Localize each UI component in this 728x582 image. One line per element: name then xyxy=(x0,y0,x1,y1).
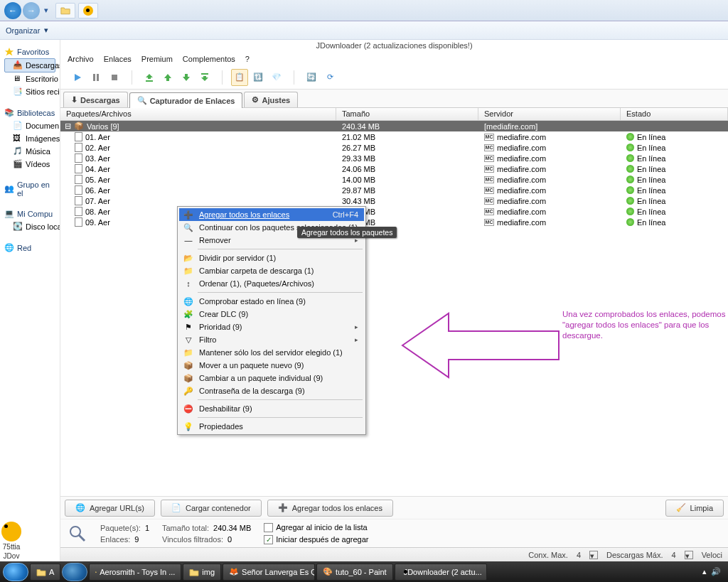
chk-start-after[interactable]: ✓Iniciar después de agregar xyxy=(264,535,368,544)
ctx-add-links[interactable]: ➕Agregar todos los enlacesCtrl+F4 xyxy=(179,208,364,221)
add-all-button[interactable]: ➕Agregar todos los enlaces xyxy=(267,500,393,517)
col-server[interactable]: Servidor xyxy=(478,108,621,120)
ctx-split[interactable]: 📂Dividir por servidor (1) xyxy=(179,252,364,264)
back-button[interactable]: ← xyxy=(4,2,21,19)
taskbar-item-1[interactable]: Aerosmith - Toys In ... xyxy=(89,564,181,581)
taskbar-item-4[interactable]: 🎨tuto_60 - Paint xyxy=(316,564,393,581)
file-row[interactable]: 01. Aer21.02 MBMCmediafire.comEn línea xyxy=(60,131,728,142)
stop-button[interactable] xyxy=(106,69,123,86)
move-down-button[interactable] xyxy=(178,69,195,86)
tab-linkgrabber[interactable]: 🔍Capturador de Enlaces xyxy=(129,92,243,108)
sidebar-hdr-red[interactable]: 🌐Red xyxy=(4,239,55,254)
folder-chip[interactable] xyxy=(55,3,75,18)
clipboard-button[interactable]: 📋 xyxy=(231,69,248,86)
jd-tab[interactable] xyxy=(78,3,98,18)
start-button-2[interactable] xyxy=(62,563,87,581)
ctx-check[interactable]: 🌐Comprobar estado en línea (9) xyxy=(179,295,364,308)
sidebar-hdr-equipo[interactable]: 💻Mi Compu xyxy=(4,205,55,220)
menu-complementos[interactable]: Complementos xyxy=(183,55,235,63)
desktop-icon: 🖥 xyxy=(13,74,23,84)
move-up-button[interactable] xyxy=(159,69,176,86)
clean-button[interactable]: 🧹Limpia xyxy=(665,500,724,517)
pause-button[interactable] xyxy=(87,69,105,86)
sidebar-item-musica[interactable]: 🎵Música xyxy=(4,145,55,158)
play-button[interactable] xyxy=(69,69,86,86)
sidebar-item-documentos[interactable]: 📄Documen xyxy=(4,119,55,132)
taskbar-item-0[interactable]: A xyxy=(30,564,60,581)
spinner-icon-2[interactable]: ▾ xyxy=(685,551,693,559)
move-top-button[interactable] xyxy=(141,69,158,86)
sidebar-hdr-bibliotecas[interactable]: 📚Bibliotecas xyxy=(4,104,55,119)
online-icon xyxy=(626,154,634,162)
file-row[interactable]: 06. Aer29.87 MBMCmediafire.comEn línea xyxy=(60,185,728,195)
ctx-move-new[interactable]: 📦Mover a un paquete nuevo (9) xyxy=(179,359,364,372)
file-row[interactable]: 09. Aer32.21 MBMCmediafire.comEn línea xyxy=(60,217,728,227)
tray-arrow-icon[interactable]: ▴ xyxy=(702,567,707,576)
menu-premium[interactable]: Premium xyxy=(141,55,173,63)
ctx-change-folder[interactable]: 📁Cambiar carpeta de descarga (1) xyxy=(179,264,364,277)
tab-ajustes[interactable]: ⚙Ajustes xyxy=(244,92,298,107)
menu-archivo[interactable]: Archivo xyxy=(68,55,94,63)
ctx-dlc[interactable]: 🧩Crear DLC (9) xyxy=(179,308,364,320)
disable-icon: ⛔ xyxy=(182,404,195,414)
ctx-keep[interactable]: 📁Mantener sólo los del servidor elegido … xyxy=(179,346,364,359)
sidebar-item-escritorio[interactable]: 🖥Escritorio xyxy=(4,72,55,85)
file-row[interactable]: 05. Aer14.00 MBMCmediafire.comEn línea xyxy=(60,174,728,185)
sidebar-hdr-favoritos[interactable]: Favoritos xyxy=(4,43,55,58)
hoster-icon: MC xyxy=(484,166,494,173)
hoster-icon: MC xyxy=(484,134,494,141)
col-state[interactable]: Estado xyxy=(621,108,728,120)
collapse-icon[interactable]: ⊟ xyxy=(65,122,71,131)
restart-button[interactable]: ⟳ xyxy=(321,69,338,86)
file-row[interactable]: 04. Aer24.06 MBMCmediafire.comEn línea xyxy=(60,163,728,174)
ctx-disable[interactable]: ⛔Deshabilitar (9) xyxy=(179,402,364,415)
menu-enlaces[interactable]: Enlaces xyxy=(104,55,132,63)
ctx-filter[interactable]: ▽Filtro xyxy=(179,333,364,346)
tray-volume-icon[interactable]: 🔊 xyxy=(711,567,721,576)
col-size[interactable]: Tamaño xyxy=(336,108,478,120)
history-dropdown[interactable]: ▾ xyxy=(44,6,51,15)
sidebar-item-imagenes[interactable]: 🖼Imágenes xyxy=(4,132,55,145)
chk-add-begin[interactable]: Agregar al inicio de la lista xyxy=(264,523,368,532)
taskbar-item-3[interactable]: 🦊Señor Lanverga Es Q... xyxy=(223,564,315,581)
file-row[interactable]: 02. Aer26.27 MBMCmediafire.comEn línea xyxy=(60,142,728,153)
priority-icon: ⚑ xyxy=(182,323,195,332)
file-row[interactable]: 08. Aer33.15 MBMCmediafire.comEn línea xyxy=(60,206,728,217)
col-name[interactable]: Paquetes/Archivos xyxy=(60,108,336,120)
forward-button[interactable]: → xyxy=(23,2,40,19)
sidebar-item-disco[interactable]: 💽Disco loca xyxy=(4,220,55,233)
ctx-change-pkg[interactable]: 📦Cambiar a un paquete individual (9) xyxy=(179,372,364,384)
sidebar-item-descargas[interactable]: 📥Descargas xyxy=(4,58,55,72)
sidebar-item-videos[interactable]: 🎬Vídeos xyxy=(4,158,55,171)
sidebar-item-sitios[interactable]: 📑Sitios reci xyxy=(4,85,55,98)
add-url-button[interactable]: 🌐Agregar URL(s) xyxy=(65,500,155,517)
jd-tray-icon[interactable] xyxy=(1,522,21,541)
tab-descargas[interactable]: ⬇Descargas xyxy=(63,92,128,107)
organize-button[interactable]: Organizar xyxy=(6,26,40,35)
reconnect-button[interactable]: 🔃 xyxy=(250,69,267,86)
system-tray[interactable]: ▴ 🔊 xyxy=(698,567,725,576)
premium-button[interactable]: 💎 xyxy=(268,69,285,86)
file-row[interactable]: 03. Aer29.33 MBMCmediafire.comEn línea xyxy=(60,153,728,163)
status-dlmax-val[interactable]: 4 xyxy=(672,551,676,559)
sidebar-hdr-grupo[interactable]: 👥Grupo en el xyxy=(4,176,55,199)
start-button[interactable] xyxy=(3,563,28,581)
load-container-button[interactable]: 📄Cargar contenedor xyxy=(161,500,262,517)
menu-help[interactable]: ? xyxy=(245,55,250,63)
ctx-priority[interactable]: ⚑Prioridad (9) xyxy=(179,320,364,333)
ctx-password[interactable]: 🔑Contraseña de la descarga (9) xyxy=(179,384,364,397)
organize-toolbar: Organizar ▾ xyxy=(0,21,728,40)
taskbar-item-5[interactable]: JDownloader (2 actu... xyxy=(395,564,487,581)
move-bottom-button[interactable] xyxy=(196,69,213,86)
package-row[interactable]: ⊟ 📦 Varios [9] 240.34 MB [mediafire.com] xyxy=(60,121,728,131)
ctx-props[interactable]: 💡Propiedades xyxy=(179,420,364,433)
taskbar-item-2[interactable]: img xyxy=(183,564,221,581)
file-row[interactable]: 07. Aer30.43 MBMCmediafire.comEn línea xyxy=(60,195,728,206)
ctx-sort[interactable]: ↕Ordenar (1), (Paquetes/Archivos) xyxy=(179,277,364,290)
status-conx-val[interactable]: 4 xyxy=(577,551,581,559)
annotation: Una vez comprobados los enlaces, podemos… xyxy=(562,309,728,341)
firefox-icon: 🦊 xyxy=(229,567,239,576)
stats-bar: Paquete(s):1 Enlaces:9 Tamaño total:240.… xyxy=(60,519,728,547)
update-button[interactable]: 🔄 xyxy=(303,69,320,86)
spinner-icon[interactable]: ▾ xyxy=(589,551,598,559)
